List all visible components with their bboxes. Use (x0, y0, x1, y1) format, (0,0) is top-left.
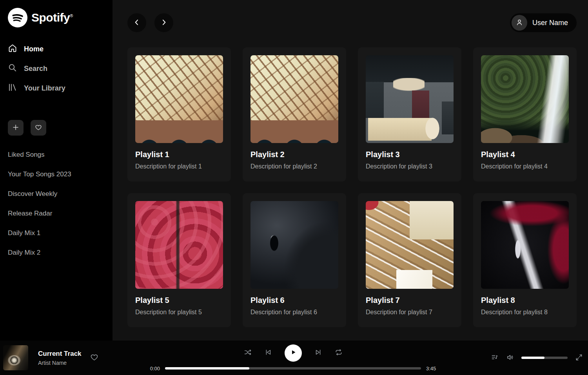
back-button[interactable] (127, 13, 146, 32)
fullscreen-button[interactable] (575, 353, 583, 362)
sidebar-item-label: Your Library (24, 84, 65, 92)
fullscreen-icon (575, 353, 583, 362)
playlist-description: Description for playlist 3 (366, 163, 454, 170)
playlist-cover-art (366, 201, 454, 289)
liked-songs-button[interactable] (31, 120, 46, 136)
playlist-cover-art (366, 55, 454, 143)
heart-icon (35, 124, 42, 132)
playlist-card-1[interactable]: Playlist 1 Description for playlist 1 (127, 47, 231, 181)
volume-icon (506, 353, 514, 362)
playlist-cover-art (135, 55, 223, 143)
chevron-left-icon (133, 18, 141, 27)
volume-fill (521, 357, 544, 359)
playlist-title: Playlist 2 (250, 150, 338, 159)
progress-fill (165, 367, 249, 370)
sidebar-actions (8, 120, 105, 136)
playlist-cover-art (481, 55, 569, 143)
playlist-link-your-top-songs-2023[interactable]: Your Top Songs 2023 (8, 165, 105, 184)
main-content: User Name Playlist 1 Description for pla… (113, 0, 588, 341)
playlist-cover-art (250, 201, 338, 289)
playlist-card-5[interactable]: Playlist 5 Description for playlist 5 (127, 193, 231, 327)
playlist-description: Description for playlist 8 (481, 309, 569, 316)
playlist-link-release-radar[interactable]: Release Radar (8, 204, 105, 223)
spotify-logo[interactable]: Spotify® (8, 8, 105, 27)
track-meta: Current Track Artist Name (38, 350, 82, 366)
sidebar-item-your-library[interactable]: Your Library (8, 78, 105, 98)
playlist-title: Playlist 6 (250, 296, 338, 305)
user-menu-button[interactable]: User Name (510, 13, 577, 32)
queue-icon (491, 353, 499, 362)
playlist-card-3[interactable]: Playlist 3 Description for playlist 3 (358, 47, 461, 181)
queue-button[interactable] (491, 353, 499, 362)
plus-icon (12, 124, 19, 132)
playlist-link-daily-mix-1[interactable]: Daily Mix 1 (8, 223, 105, 243)
playlist-link-daily-mix-2[interactable]: Daily Mix 2 (8, 243, 105, 263)
playlist-card-6[interactable]: Playlist 6 Description for playlist 6 (243, 193, 346, 327)
playlist-title: Playlist 1 (135, 150, 223, 159)
track-artwork (3, 345, 28, 370)
forward-button[interactable] (154, 13, 173, 32)
track-artist: Artist Name (38, 360, 82, 366)
brand-wordmark: Spotify® (31, 11, 73, 24)
progress-bar[interactable] (165, 367, 421, 370)
playlist-description: Description for playlist 2 (250, 163, 338, 170)
library-icon (8, 83, 17, 94)
player-right-controls (454, 353, 583, 362)
search-icon (8, 63, 17, 74)
sidebar: Spotify® Home Search Your Library (0, 0, 113, 341)
playlist-card-8[interactable]: Playlist 8 Description for playlist 8 (473, 193, 577, 327)
playlist-title: Playlist 3 (366, 150, 454, 159)
home-icon (8, 43, 17, 55)
like-track-button[interactable] (90, 353, 98, 362)
playlist-title: Playlist 4 (481, 150, 569, 159)
repeat-button[interactable] (335, 348, 343, 357)
current-time: 0:00 (146, 366, 160, 371)
shuffle-icon (244, 348, 252, 357)
avatar (512, 15, 527, 31)
playlist-description: Description for playlist 7 (366, 309, 454, 316)
playlist-cover-art (250, 55, 338, 143)
previous-track-button[interactable] (264, 348, 272, 357)
person-icon (515, 18, 524, 28)
history-nav (127, 13, 173, 32)
track-title: Current Track (38, 350, 82, 358)
playlist-grid: Playlist 1 Description for playlist 1 Pl… (127, 47, 577, 327)
user-name-label: User Name (532, 19, 568, 27)
player-bar: Current Track Artist Name (0, 341, 588, 375)
playlist-link-discover-weekly[interactable]: Discover Weekly (8, 184, 105, 204)
next-track-button[interactable] (314, 348, 322, 357)
registered-mark: ® (70, 13, 73, 18)
sidebar-item-label: Search (24, 65, 47, 73)
play-icon (289, 348, 298, 358)
chevron-right-icon (160, 18, 168, 27)
app-window: Spotify® Home Search Your Library (0, 0, 588, 341)
next-icon (314, 348, 322, 357)
playlist-title: Playlist 5 (135, 296, 223, 305)
sidebar-item-home[interactable]: Home (8, 39, 105, 59)
play-button[interactable] (285, 344, 302, 362)
playlist-description: Description for playlist 4 (481, 163, 569, 170)
sidebar-item-search[interactable]: Search (8, 59, 105, 78)
playlist-title: Playlist 7 (366, 296, 454, 305)
playlist-description: Description for playlist 6 (250, 309, 338, 316)
volume-button[interactable] (506, 353, 514, 362)
playlist-cover-art (135, 201, 223, 289)
sidebar-nav: Home Search Your Library (8, 39, 105, 98)
sidebar-playlists: Liked Songs Your Top Songs 2023 Discover… (8, 145, 105, 263)
playlist-description: Description for playlist 5 (135, 309, 223, 316)
playlist-description: Description for playlist 1 (135, 163, 223, 170)
sidebar-item-label: Home (24, 45, 44, 53)
spotify-logo-icon (8, 8, 27, 27)
now-playing: Current Track Artist Name (3, 345, 132, 370)
playlist-card-7[interactable]: Playlist 7 Description for playlist 7 (358, 193, 461, 327)
shuffle-button[interactable] (244, 348, 252, 357)
playlist-link-liked-songs[interactable]: Liked Songs (8, 145, 105, 165)
repeat-icon (335, 348, 343, 357)
create-playlist-button[interactable] (8, 120, 24, 136)
heart-icon (90, 357, 98, 362)
playlist-cover-art (481, 201, 569, 289)
playlist-card-4[interactable]: Playlist 4 Description for playlist 4 (473, 47, 577, 181)
playback-controls: 0:00 3:45 (146, 344, 440, 371)
volume-slider[interactable] (521, 357, 568, 359)
playlist-card-2[interactable]: Playlist 2 Description for playlist 2 (243, 47, 346, 181)
